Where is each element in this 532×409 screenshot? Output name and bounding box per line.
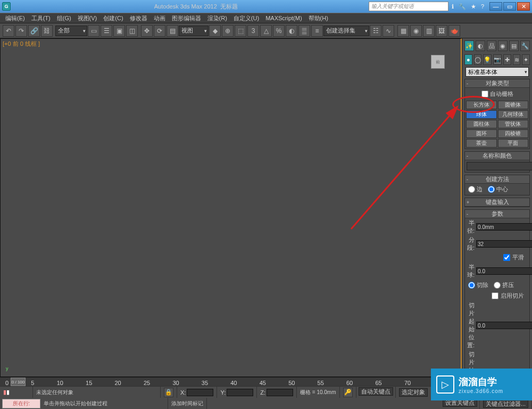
star-icon[interactable]: ★ xyxy=(471,3,476,10)
manip-button[interactable]: ⊕ xyxy=(222,25,234,37)
link-button[interactable]: 🔗 xyxy=(28,25,40,37)
render-button[interactable]: 🫖 xyxy=(448,25,460,37)
hemisphere-spinner[interactable] xyxy=(476,267,532,275)
shapes-cat[interactable]: ◯ xyxy=(474,54,482,65)
render-frame-button[interactable]: 🖼 xyxy=(436,25,447,37)
close-button[interactable]: ✕ xyxy=(517,2,530,11)
maximize-button[interactable]: ▭ xyxy=(503,2,516,11)
box-button[interactable]: 长方体 xyxy=(466,101,497,109)
named-selection[interactable]: 创建选择集 xyxy=(323,26,369,36)
scale-button[interactable]: ▤ xyxy=(167,25,178,37)
mini-listener[interactable]: ▮▮ xyxy=(0,387,33,398)
redo-button[interactable]: ↷ xyxy=(15,25,27,37)
edge-radio[interactable]: 边 xyxy=(468,185,483,193)
time-slider-thumb[interactable]: 0 / 100 xyxy=(11,378,26,386)
snap3-button[interactable]: 3 xyxy=(247,25,259,37)
menu-maxscript[interactable]: MAXScript(M) xyxy=(262,15,305,21)
display-tab[interactable]: ▤ xyxy=(509,40,519,51)
unlink-button[interactable]: ⛓ xyxy=(41,25,53,37)
menu-rendering[interactable]: 渲染(R) xyxy=(204,14,230,22)
cone-button[interactable]: 圆锥体 xyxy=(498,101,529,109)
transform-y[interactable]: Y: xyxy=(217,387,257,398)
sphere-button[interactable]: 球体 xyxy=(466,110,497,119)
teapot-button[interactable]: 茶壶 xyxy=(466,139,497,148)
lock-icon[interactable]: 🔒 xyxy=(164,388,173,397)
snap-button[interactable]: ⬚ xyxy=(235,25,246,37)
chop-radio[interactable]: 切除 xyxy=(468,281,488,289)
layer-button[interactable]: ☷ xyxy=(370,25,381,37)
select-name-button[interactable]: ☰ xyxy=(101,25,112,37)
maxscript-prompt[interactable]: 所在行: xyxy=(2,399,40,408)
select-button[interactable]: ▭ xyxy=(88,25,99,37)
object-name-input[interactable] xyxy=(467,162,532,170)
lights-cat[interactable]: 💡 xyxy=(483,54,492,65)
smooth-checkbox[interactable] xyxy=(503,254,510,261)
cylinder-button[interactable]: 圆柱体 xyxy=(466,120,497,128)
menu-create[interactable]: 创建(C) xyxy=(100,14,126,22)
subcategory-dropdown[interactable]: 标准基本体 xyxy=(466,67,529,77)
menu-customize[interactable]: 自定义(U) xyxy=(230,14,262,22)
spinner-snap-button[interactable]: ◐ xyxy=(286,25,297,37)
plane-button[interactable]: 平面 xyxy=(498,139,529,148)
squash-radio[interactable]: 挤压 xyxy=(494,281,514,289)
keyfilters-button[interactable]: 关键点过滤器... xyxy=(483,399,528,408)
tools-icon[interactable]: 🔧 xyxy=(459,3,466,10)
cameras-cat[interactable]: 📷 xyxy=(493,54,502,65)
motion-tab[interactable]: ◉ xyxy=(498,40,508,51)
key-icon[interactable]: 🔑 xyxy=(343,388,353,397)
segments-spinner[interactable] xyxy=(476,240,532,248)
mirror-button[interactable]: ▒ xyxy=(298,25,310,37)
helpers-cat[interactable]: ✚ xyxy=(503,54,511,65)
menu-animation[interactable]: 动画 xyxy=(151,14,169,22)
transform-x[interactable]: X: xyxy=(177,387,217,398)
utilities-tab[interactable]: 🔧 xyxy=(520,40,530,51)
help-icon[interactable]: ? xyxy=(481,3,484,10)
modify-tab[interactable]: ◐ xyxy=(476,40,485,51)
geosphere-button[interactable]: 几何球体 xyxy=(498,110,529,119)
menu-edit[interactable]: 编辑(E) xyxy=(2,14,28,22)
pyramid-button[interactable]: 四棱锥 xyxy=(498,129,529,138)
move-button[interactable]: ✥ xyxy=(141,25,153,37)
torus-button[interactable]: 圆环 xyxy=(466,129,497,138)
menu-help[interactable]: 帮助(H) xyxy=(305,14,331,22)
pivot-button[interactable]: ◆ xyxy=(209,25,221,37)
refcoord-dropdown[interactable]: 视图 xyxy=(179,26,209,36)
viewport-front[interactable]: [+0 前 0 线框 ] 前 yxz xyxy=(0,38,462,377)
autokey-button[interactable]: 自动关键点 xyxy=(359,387,393,396)
viewport-label[interactable]: [+0 前 0 线框 ] xyxy=(3,40,40,48)
space-cat[interactable]: ≋ xyxy=(513,54,521,65)
create-tab[interactable]: ✨ xyxy=(464,40,474,51)
rollout-keyboard-entry[interactable]: +键盘输入 xyxy=(464,198,530,207)
render-setup-button[interactable]: ▥ xyxy=(423,25,435,37)
menu-tools[interactable]: 工具(T) xyxy=(28,14,54,22)
systems-cat[interactable]: ✦ xyxy=(522,54,530,65)
hierarchy-tab[interactable]: 品 xyxy=(487,40,496,51)
material-button[interactable]: ◉ xyxy=(410,25,422,37)
rotate-button[interactable]: ⟳ xyxy=(154,25,165,37)
slice-checkbox[interactable] xyxy=(492,292,498,299)
align-button[interactable]: ≡ xyxy=(311,25,323,37)
undo-button[interactable]: ↶ xyxy=(3,25,14,37)
autogrid-checkbox[interactable] xyxy=(481,91,488,97)
transform-z[interactable]: Z: xyxy=(257,387,297,398)
radius-spinner[interactable] xyxy=(476,223,532,231)
app-icon[interactable]: G xyxy=(2,2,11,11)
minimize-button[interactable]: — xyxy=(489,2,502,11)
window-crossing-button[interactable]: ◫ xyxy=(126,25,138,37)
viewcube[interactable]: 前 xyxy=(431,55,445,69)
menu-modifiers[interactable]: 修改器 xyxy=(127,14,151,22)
curve-editor-button[interactable]: ∿ xyxy=(383,25,394,37)
selectedonly-dropdown[interactable]: 选定对象 xyxy=(399,388,428,397)
search-input[interactable]: 输入关键字或短语 xyxy=(369,2,448,11)
selection-filter[interactable]: 全部 xyxy=(55,26,87,36)
addtime-label[interactable]: 添加时间标记 xyxy=(168,398,207,409)
schematic-button[interactable]: ▦ xyxy=(397,25,409,37)
angle-snap-button[interactable]: △ xyxy=(260,25,272,37)
menu-group[interactable]: 组(G) xyxy=(54,14,74,22)
select-region-button[interactable]: ▣ xyxy=(113,25,125,37)
menu-view[interactable]: 视图(V) xyxy=(74,14,101,22)
tube-button[interactable]: 管状体 xyxy=(498,120,529,128)
geometry-cat[interactable]: ● xyxy=(464,54,472,65)
center-radio[interactable]: 中心 xyxy=(488,185,508,193)
menu-grapheditors[interactable]: 图形编辑器 xyxy=(169,14,204,22)
